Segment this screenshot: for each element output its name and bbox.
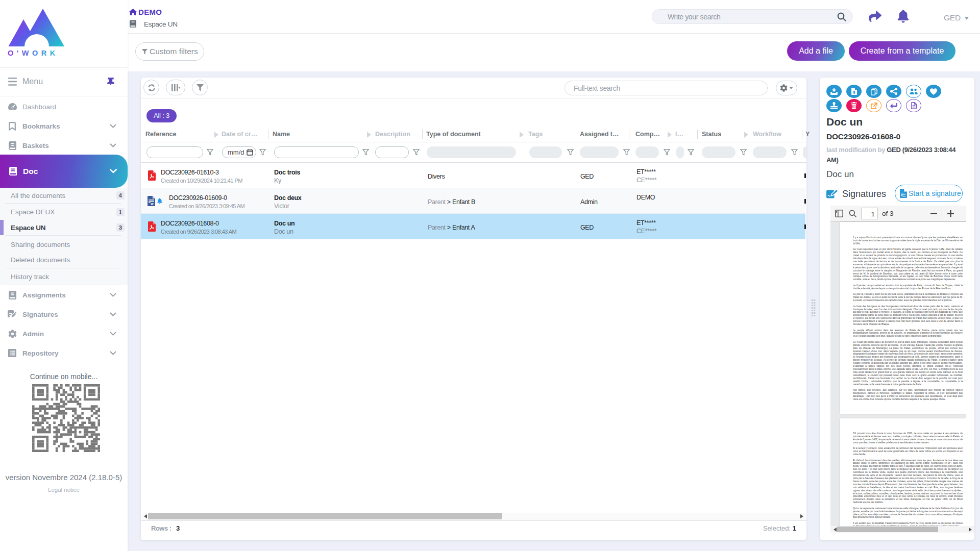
svg-text:O'WORK: O'WORK <box>8 49 59 57</box>
svg-text:w: w <box>150 202 154 206</box>
